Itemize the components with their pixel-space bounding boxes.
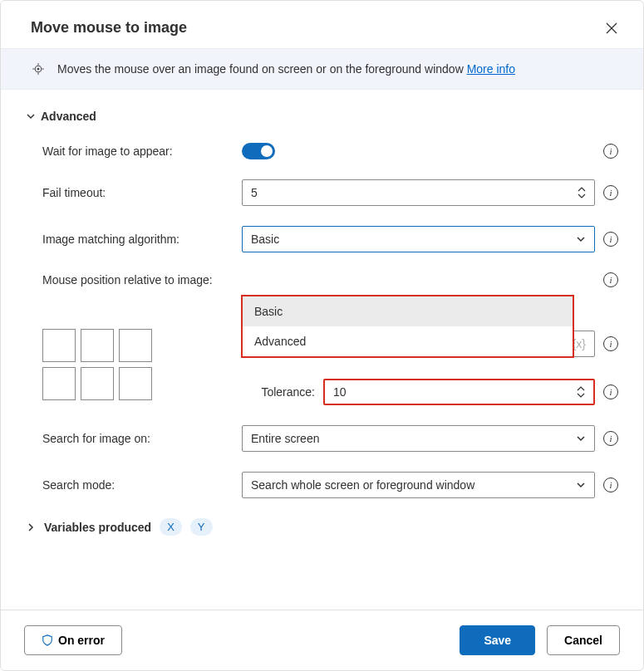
close-button[interactable] xyxy=(603,20,620,37)
search-on-value: Entire screen xyxy=(251,432,319,445)
pos-cell[interactable] xyxy=(42,367,76,400)
info-icon[interactable]: i xyxy=(603,431,618,446)
dropdown-item-basic[interactable]: Basic xyxy=(243,296,573,326)
info-icon[interactable]: i xyxy=(603,144,618,159)
advanced-section-toggle[interactable]: Advanced xyxy=(1,110,643,123)
tolerance-value: 10 xyxy=(333,385,347,399)
chevron-down-icon xyxy=(26,111,36,121)
variable-x-chip[interactable]: X xyxy=(160,518,182,536)
dialog-move-mouse: Move mouse to image Moves the mouse over… xyxy=(0,0,644,671)
chevron-down-icon xyxy=(576,234,586,244)
algorithm-value: Basic xyxy=(251,233,279,246)
chevron-down-icon xyxy=(578,193,586,198)
variable-y-chip[interactable]: Y xyxy=(190,518,213,536)
timeout-spinner[interactable] xyxy=(578,187,586,198)
position-grid xyxy=(42,329,242,400)
pos-cell[interactable] xyxy=(42,329,76,362)
search-mode-label: Search mode: xyxy=(42,478,242,492)
on-error-button[interactable]: On error xyxy=(24,625,122,655)
info-icon[interactable]: i xyxy=(603,272,618,287)
search-on-select[interactable]: Entire screen xyxy=(242,425,595,452)
search-on-label: Search for image on: xyxy=(42,432,242,445)
chevron-down-icon xyxy=(576,433,586,443)
info-icon[interactable]: i xyxy=(603,478,618,492)
timeout-input[interactable]: 5 xyxy=(242,179,595,206)
wait-toggle[interactable] xyxy=(242,143,275,159)
close-icon xyxy=(605,22,618,35)
cancel-button[interactable]: Cancel xyxy=(547,625,620,655)
variables-label: Variables produced xyxy=(44,521,151,534)
row-search-on: Search for image on: Entire screen i xyxy=(1,425,643,452)
search-mode-value: Search whole screen or foreground window xyxy=(251,478,474,492)
position-label: Mouse position relative to image: xyxy=(42,273,242,287)
row-algorithm: Image matching algorithm: Basic i xyxy=(1,226,643,252)
variable-placeholder: {x} xyxy=(573,337,586,350)
advanced-label: Advanced xyxy=(41,110,96,123)
pos-cell[interactable] xyxy=(81,367,114,400)
mouse-move-icon xyxy=(31,61,46,76)
algorithm-label: Image matching algorithm: xyxy=(42,233,242,246)
chevron-up-icon xyxy=(577,386,585,391)
info-icon[interactable]: i xyxy=(603,232,618,247)
info-icon[interactable]: i xyxy=(603,384,618,399)
pos-cell[interactable] xyxy=(119,329,152,362)
dropdown-item-advanced[interactable]: Advanced xyxy=(243,326,573,356)
banner-text-wrap: Moves the mouse over an image found on s… xyxy=(57,62,515,76)
algorithm-select[interactable]: Basic xyxy=(242,226,595,252)
variables-section-toggle[interactable]: Variables produced X Y xyxy=(1,518,643,536)
info-icon[interactable]: i xyxy=(603,185,618,200)
row-search-mode: Search mode: Search whole screen or fore… xyxy=(1,472,643,498)
tolerance-spinner[interactable] xyxy=(577,386,585,398)
algorithm-dropdown: Basic Advanced xyxy=(241,295,574,358)
shield-icon xyxy=(42,634,53,646)
row-position: Mouse position relative to image: i xyxy=(1,272,643,287)
save-button[interactable]: Save xyxy=(460,625,535,655)
row-fail-timeout: Fail timeout: 5 i xyxy=(1,179,643,206)
on-error-label: On error xyxy=(58,634,105,647)
pos-cell[interactable] xyxy=(81,329,114,362)
timeout-value: 5 xyxy=(251,186,258,199)
row-tolerance: Tolerance: 10 i xyxy=(242,379,618,405)
search-mode-select[interactable]: Search whole screen or foreground window xyxy=(242,472,595,498)
dialog-header: Move mouse to image xyxy=(1,1,643,48)
chevron-down-icon xyxy=(576,480,586,490)
tolerance-label: Tolerance: xyxy=(242,385,315,399)
dialog-title: Move mouse to image xyxy=(31,19,187,37)
chevron-up-icon xyxy=(578,187,586,192)
info-banner: Moves the mouse over an image found on s… xyxy=(1,48,643,90)
dialog-footer: On error Save Cancel xyxy=(1,610,643,670)
tolerance-input[interactable]: 10 xyxy=(323,379,595,405)
timeout-label: Fail timeout: xyxy=(42,186,242,199)
wait-label: Wait for image to appear: xyxy=(42,144,242,158)
chevron-right-icon xyxy=(26,522,36,532)
info-icon[interactable]: i xyxy=(603,336,618,351)
chevron-down-icon xyxy=(577,393,585,398)
svg-point-1 xyxy=(37,68,40,71)
banner-text: Moves the mouse over an image found on s… xyxy=(57,62,467,76)
more-info-link[interactable]: More info xyxy=(467,62,515,76)
pos-cell[interactable] xyxy=(119,367,152,400)
row-wait-for-image: Wait for image to appear: i xyxy=(1,143,643,159)
